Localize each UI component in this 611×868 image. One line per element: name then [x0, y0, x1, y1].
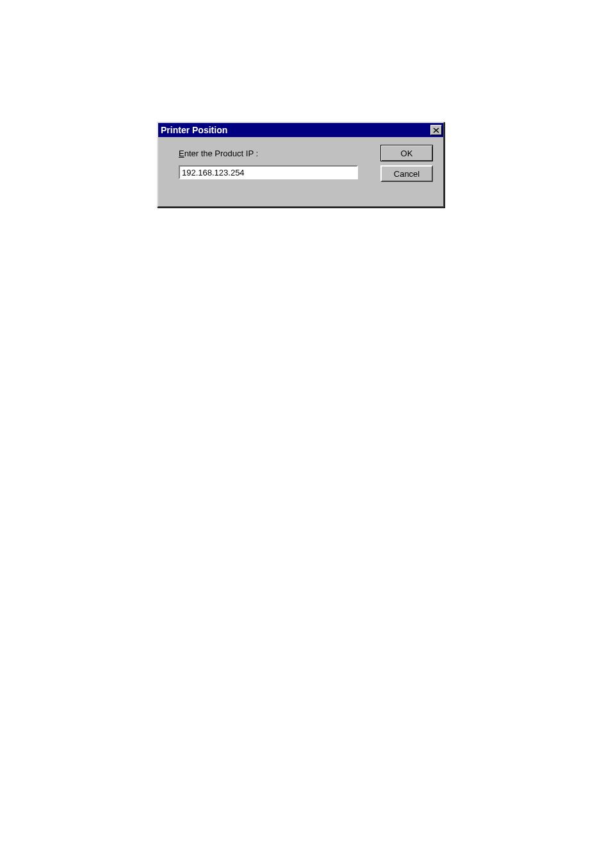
- close-button[interactable]: [430, 125, 442, 135]
- product-ip-input[interactable]: [179, 165, 358, 179]
- mnemonic-letter: E: [179, 149, 184, 158]
- close-icon: [433, 127, 439, 133]
- label-text: nter the Product IP :: [184, 149, 258, 158]
- cancel-button[interactable]: Cancel: [380, 165, 433, 182]
- printer-position-dialog: Printer Position Enter the Product IP : …: [157, 122, 444, 208]
- product-ip-label: Enter the Product IP :: [179, 149, 258, 158]
- dialog-body: Enter the Product IP : OK Cancel: [158, 137, 443, 206]
- ok-button[interactable]: OK: [380, 145, 433, 161]
- window-title: Printer Position: [161, 125, 227, 135]
- title-bar: Printer Position: [158, 123, 443, 137]
